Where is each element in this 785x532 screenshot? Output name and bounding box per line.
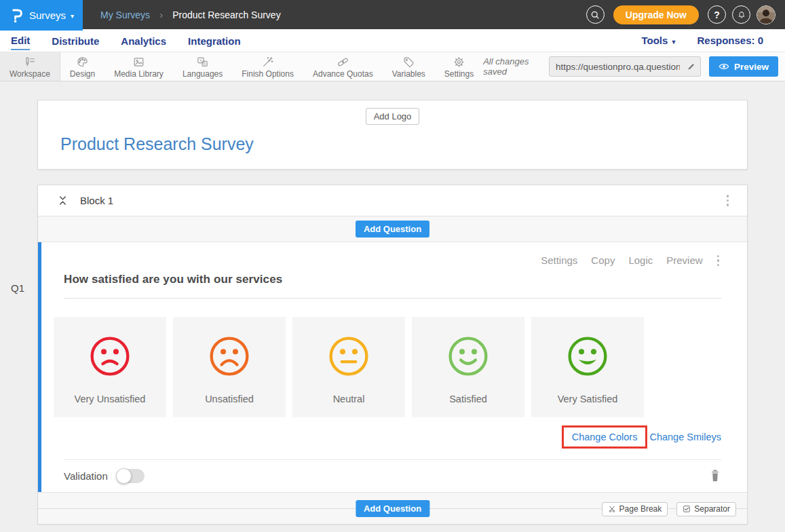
toolbar-item-media-library[interactable]: Media Library <box>104 52 173 81</box>
survey-url-field <box>549 56 701 77</box>
product-menu-label: Surveys <box>29 10 66 21</box>
breadcrumb: My Surveys › Product Research Survey <box>100 9 281 20</box>
tag-icon <box>402 56 415 69</box>
block-card: Block 1 Add Question Settings Copy Logic… <box>37 185 748 525</box>
smiley-option-very-unsatisfied[interactable]: Very Unsatisfied <box>54 317 166 417</box>
change-smileys-link[interactable]: Change Smileys <box>649 432 721 442</box>
breadcrumb-my-surveys[interactable]: My Surveys <box>100 10 150 20</box>
toolbar-item-finish-options[interactable]: Finish Options <box>232 52 303 81</box>
user-avatar[interactable] <box>757 5 776 24</box>
top-navbar: Surveys ▾ My Surveys › Product Research … <box>0 0 785 29</box>
notifications-button[interactable] <box>732 5 750 24</box>
annotation-highlight-box: Change Colors <box>562 425 648 449</box>
bell-icon <box>737 10 746 20</box>
edit-url-button[interactable] <box>683 62 700 71</box>
question-actions: Settings Copy Logic Preview <box>64 252 721 269</box>
smiley-very-satisfied-icon <box>567 335 609 377</box>
smiley-option-unsatisfied[interactable]: Unsatisfied <box>173 317 286 417</box>
validation-row: Validation <box>64 459 721 492</box>
question-text-wrap: How satisfied are you with our services <box>64 273 721 299</box>
product-switcher[interactable]: Surveys ▾ <box>0 0 83 31</box>
toolbar-item-languages[interactable]: × A Languages <box>173 52 232 81</box>
question-logic-link[interactable]: Logic <box>628 254 653 266</box>
wand-icon <box>261 56 274 69</box>
toggle-knob <box>116 468 132 484</box>
smiley-neutral-icon <box>328 335 370 377</box>
smiley-option-satisfied[interactable]: Satisfied <box>412 317 524 417</box>
survey-header-card: Add Logo Product Research Survey <box>37 100 748 170</box>
gear-icon <box>453 56 465 69</box>
search-icon <box>590 10 600 20</box>
trash-icon <box>712 470 719 482</box>
survey-title[interactable]: Product Research Survey <box>60 134 747 154</box>
breadcrumb-separator-icon: › <box>159 9 163 20</box>
toolbar-item-design[interactable]: Design <box>60 52 104 81</box>
block-footer: Add Question Page Break Separator <box>38 492 747 524</box>
chevron-down-icon: ▼ <box>671 39 677 45</box>
add-logo-button[interactable]: Add Logo <box>366 108 420 125</box>
survey-tabbar: Edit Distribute Analytics Integration To… <box>0 29 785 52</box>
tab-distribute[interactable]: Distribute <box>52 31 99 50</box>
question-card: Settings Copy Logic Preview How satisfie… <box>38 242 747 492</box>
toolbar-item-advance-quotas[interactable]: Advance Quotas <box>303 52 383 81</box>
tab-analytics[interactable]: Analytics <box>121 31 166 50</box>
questionpro-logo-icon <box>9 7 24 23</box>
image-icon <box>132 56 145 69</box>
avatar-photo <box>757 6 775 24</box>
delete-question-button[interactable] <box>709 469 721 482</box>
smiley-very-unsatisfied-icon <box>89 335 131 377</box>
smiley-option-very-satisfied[interactable]: Very Satisfied <box>531 317 644 417</box>
help-button[interactable]: ? <box>708 5 726 24</box>
question-text[interactable]: How satisfied are you with our services <box>64 273 282 286</box>
block-title: Block 1 <box>80 195 113 206</box>
save-status-text: All changes saved <box>483 56 541 77</box>
page-break-icon <box>608 505 616 513</box>
page-break-button[interactable]: Page Break <box>602 502 668 516</box>
survey-url-input[interactable] <box>550 62 683 72</box>
separator-checkbox-icon <box>683 505 691 513</box>
breadcrumb-current-survey: Product Research Survey <box>172 10 281 20</box>
toolbar-item-workspace[interactable]: Workspace <box>0 52 60 81</box>
chevron-down-icon: ▾ <box>71 12 74 20</box>
smiley-satisfied-icon <box>447 335 489 377</box>
smiley-config-links: Change Colors Change Smileys <box>64 425 721 449</box>
palette-icon <box>76 56 89 69</box>
question-settings-link[interactable]: Settings <box>541 254 577 266</box>
navbar-actions: Upgrade Now ? <box>586 5 785 24</box>
tools-dropdown[interactable]: Tools ▼ <box>641 35 676 46</box>
validation-toggle[interactable] <box>117 469 145 483</box>
question-preview-link[interactable]: Preview <box>666 254 702 266</box>
svg-text:A: A <box>204 61 206 65</box>
chain-icon <box>337 56 349 69</box>
pencil-icon <box>687 62 695 71</box>
smiley-option-neutral[interactable]: Neutral <box>292 317 405 417</box>
question-number-label: Q1 <box>11 282 24 294</box>
upgrade-now-button[interactable]: Upgrade Now <box>613 5 699 24</box>
collapse-block-icon[interactable] <box>57 195 69 206</box>
add-question-strip-top: Add Question <box>38 216 747 242</box>
add-question-button-bottom[interactable]: Add Question <box>356 500 429 517</box>
tab-edit[interactable]: Edit <box>11 31 30 50</box>
separator-button[interactable]: Separator <box>676 502 736 516</box>
toolbar-item-variables[interactable]: Variables <box>383 52 435 81</box>
tab-integration[interactable]: Integration <box>188 31 241 50</box>
eye-icon <box>719 62 729 71</box>
preview-button[interactable]: Preview <box>709 56 778 77</box>
workspace-canvas: Q1 Add Logo Product Research Survey Bloc… <box>0 81 785 532</box>
translate-icon: × A <box>196 56 209 69</box>
toolbar-item-settings[interactable]: Settings <box>435 52 483 81</box>
block-menu-button[interactable] <box>725 192 731 210</box>
question-menu-button[interactable] <box>715 252 721 269</box>
validation-label: Validation <box>64 470 108 482</box>
question-mark-icon: ? <box>714 10 720 20</box>
question-copy-link[interactable]: Copy <box>591 254 615 266</box>
responses-count: Responses: 0 <box>697 35 763 46</box>
block-header: Block 1 <box>38 185 747 216</box>
change-colors-link[interactable]: Change Colors <box>572 432 638 442</box>
smiley-unsatisfied-icon <box>208 335 250 377</box>
add-question-button-top[interactable]: Add Question <box>356 221 429 238</box>
workspace-icon <box>23 56 36 69</box>
smiley-scale: Very Unsatisfied Unsatisfied Neutral Sat… <box>54 317 721 417</box>
editor-toolbar: Workspace Design Media Library × A Langu… <box>0 52 785 81</box>
search-button[interactable] <box>586 5 605 24</box>
